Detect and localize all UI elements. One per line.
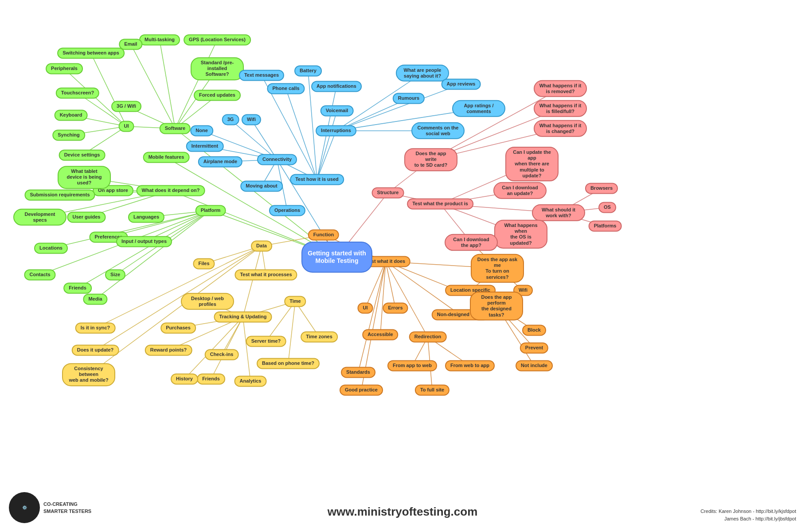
node-platforms: Platforms — [589, 220, 622, 231]
node-not_include: Not include — [516, 360, 553, 371]
node-3g_wifi: 3G / Wifi — [111, 101, 141, 112]
node-switching: Switching between apps — [57, 47, 125, 59]
node-what_filled: What happens if it is filled/full? — [534, 100, 587, 117]
node-input_output: Input / output types — [116, 236, 172, 247]
node-peripherals: Peripherals — [46, 63, 83, 74]
node-analytics: Analytics — [234, 376, 267, 387]
node-media: Media — [83, 293, 107, 305]
node-battery: Battery — [294, 65, 322, 76]
svg-line-44 — [317, 131, 336, 180]
node-ui_orange: UI — [358, 302, 373, 313]
node-when_os_updated: What happens whenthe OS is updated? — [494, 220, 547, 249]
node-device_settings: Device settings — [59, 149, 106, 160]
node-none: None — [190, 125, 213, 136]
node-email: Email — [119, 39, 142, 50]
node-operations: Operations — [269, 205, 305, 216]
svg-line-85 — [386, 262, 395, 308]
node-tablet_device: What tablet device is being used? — [58, 166, 111, 189]
node-errors: Errors — [383, 302, 408, 313]
node-block: Block — [522, 325, 546, 336]
node-app_ratings: App ratings / comments — [452, 100, 505, 117]
node-multi_tasking: Multi-tasking — [139, 34, 180, 45]
node-text_messages: Text messages — [239, 70, 284, 81]
node-contacts: Contacts — [24, 269, 55, 280]
footer-tagline: CO-CREATINGSMARTER TESTERS — [43, 501, 91, 515]
node-3g: 3G — [222, 114, 239, 125]
svg-line-77 — [211, 317, 243, 379]
svg-line-40 — [286, 89, 317, 180]
node-keyboard: Keyboard — [55, 110, 88, 121]
node-interruptions: Interruptions — [316, 125, 356, 136]
svg-line-69 — [243, 246, 262, 317]
node-forced_updates: Forced updates — [194, 90, 241, 101]
node-airplane: Airplane mode — [198, 156, 242, 167]
node-languages: Languages — [128, 211, 164, 223]
mind-map: SoftwareUIMobile featuresWhat does it de… — [0, 0, 805, 532]
node-prevent: Prevent — [520, 342, 548, 353]
node-software: Software — [160, 123, 191, 134]
node-browsers: Browsers — [585, 183, 618, 194]
node-from_web_app: From web to app — [445, 360, 495, 371]
footer-credits: Credits: Karen Johnson - http://bit.ly/k… — [700, 508, 796, 523]
node-center: Getting started withMobile Testing — [301, 242, 372, 273]
node-locations: Locations — [34, 243, 68, 254]
node-standard_software: Standard /pre-installedSoftware? — [191, 57, 244, 80]
footer-url: www.ministryoftesting.com — [328, 505, 478, 519]
node-desktop_profiles: Desktop / webprofiles — [181, 293, 234, 310]
svg-line-29 — [95, 211, 211, 299]
node-is_sync: Is it in sync? — [75, 322, 116, 333]
svg-line-89 — [386, 262, 428, 337]
node-redirection: Redirection — [409, 331, 447, 342]
node-touchscreen: Touchscreen? — [56, 87, 99, 98]
node-moving_about: Moving about — [240, 180, 283, 192]
node-structure: Structure — [372, 187, 404, 198]
svg-line-4 — [160, 40, 175, 129]
node-user_guides: User guides — [67, 211, 106, 223]
svg-line-82 — [288, 301, 295, 364]
node-wifi: Wifi — [242, 114, 261, 125]
node-reward_points: Reward points? — [145, 344, 192, 356]
node-intermittent: Intermittent — [186, 141, 224, 152]
node-check_ins: Check-ins — [205, 349, 239, 360]
node-synching: Synching — [52, 129, 85, 141]
node-platform: Platform — [195, 205, 226, 216]
node-app_notif: App notifications — [311, 81, 362, 92]
svg-line-5 — [131, 44, 175, 129]
node-mobile_features: Mobile features — [143, 152, 190, 163]
node-files: Files — [193, 258, 215, 269]
node-consistency: Consistency betweenweb and mobile? — [62, 363, 115, 386]
node-test_processes: Test what it processes — [234, 269, 297, 280]
node-what_does: What does it depend on? — [137, 185, 205, 196]
node-ui: UI — [119, 121, 134, 132]
node-does_perform: Does the app performthe designed tasks? — [470, 292, 523, 321]
svg-line-79 — [243, 317, 250, 381]
node-phone_calls: Phone calls — [267, 83, 305, 94]
node-can_download_app: Can I downloadthe app? — [445, 234, 498, 251]
footer-logo: ⚙️ CO-CREATINGSMARTER TESTERS — [9, 492, 91, 523]
node-tracking: Tracking & Updating — [214, 311, 272, 322]
node-server_time: Server time? — [246, 336, 286, 347]
logo-circle: ⚙️ — [9, 492, 40, 523]
node-history: History — [171, 373, 198, 384]
node-voicemail: Voicemail — [320, 105, 354, 116]
node-function: Function — [308, 229, 339, 240]
svg-line-43 — [317, 111, 337, 180]
node-os: OS — [598, 202, 616, 213]
node-rumours: Rumours — [393, 93, 425, 104]
svg-line-6 — [175, 40, 217, 129]
node-does_write_sd: Does the app writeto te SD card? — [404, 148, 457, 171]
node-what_people_saying: What are people saying about it? — [396, 65, 449, 82]
svg-line-86 — [380, 262, 386, 335]
node-does_update: Does it update? — [72, 344, 119, 356]
node-to_full_site: To full site — [415, 384, 449, 395]
node-from_app_web: From app to web — [387, 360, 437, 371]
node-test_how_used: Test how it is used — [290, 174, 344, 185]
node-purchases: Purchases — [160, 322, 196, 333]
node-what_changed: What happens if it is changed? — [534, 120, 587, 137]
svg-line-71 — [95, 246, 262, 350]
node-test_product: Test what the product is — [407, 198, 473, 209]
node-app_reviews: App reviews — [442, 78, 481, 90]
node-social_web: Comments on the social web — [411, 122, 465, 139]
node-ask_services: Does the app ask meTo turn on services? — [471, 254, 524, 283]
svg-line-87 — [358, 262, 386, 372]
